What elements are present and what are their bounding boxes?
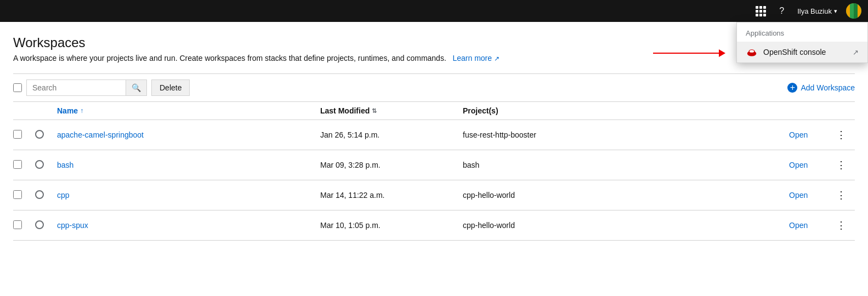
toolbar-left: 🔍 Delete bbox=[13, 79, 190, 96]
last-modified-col: Mar 10, 1:05 p.m. bbox=[320, 221, 463, 230]
delete-button[interactable]: Delete bbox=[151, 79, 190, 96]
kebab-col: ⋮ bbox=[833, 158, 855, 172]
workspace-name-link[interactable]: apache-camel-springboot bbox=[57, 130, 144, 139]
workspace-name-col: bash bbox=[57, 161, 320, 169]
row-checkbox[interactable] bbox=[13, 130, 22, 139]
projects-col: cpp-hello-world bbox=[463, 221, 789, 230]
dropdown-header: Applications bbox=[737, 22, 867, 42]
workspace-name-col: apache-camel-springboot bbox=[57, 130, 320, 139]
kebab-menu-button[interactable]: ⋮ bbox=[833, 158, 849, 172]
row-status-col bbox=[35, 130, 57, 140]
table-header: Name ↑ Last Modified ⇅ Project(s) bbox=[13, 101, 855, 120]
status-icon bbox=[35, 190, 44, 199]
workspace-name-col: cpp bbox=[57, 191, 320, 200]
kebab-col: ⋮ bbox=[833, 188, 855, 202]
workspace-name-link[interactable]: bash bbox=[57, 161, 73, 169]
username-label: Ilya Buziuk bbox=[797, 7, 832, 15]
row-checkbox[interactable] bbox=[13, 220, 22, 229]
avatar-image bbox=[846, 3, 861, 19]
table-row: bash Mar 09, 3:28 p.m. bash Open ⋮ bbox=[13, 150, 855, 180]
sort-ascending-icon: ↑ bbox=[80, 107, 83, 115]
open-button[interactable]: Open bbox=[789, 130, 808, 139]
search-icon: 🔍 bbox=[132, 83, 141, 92]
row-status-col bbox=[35, 160, 57, 170]
open-button[interactable]: Open bbox=[789, 191, 808, 200]
external-link-icon: ↗ bbox=[494, 55, 500, 62]
projects-col: fuse-rest-http-booster bbox=[463, 130, 789, 139]
row-checkbox-col bbox=[13, 130, 35, 140]
status-icon bbox=[35, 160, 44, 169]
applications-dropdown: Applications OpenShift console ↗ bbox=[736, 22, 868, 63]
projects-column-header: Project(s) bbox=[463, 106, 789, 115]
openshift-console-item[interactable]: OpenShift console ↗ bbox=[737, 42, 867, 62]
last-modified-col: Mar 09, 3:28 p.m. bbox=[320, 161, 463, 169]
search-input[interactable] bbox=[27, 80, 126, 95]
row-checkbox[interactable] bbox=[13, 160, 22, 169]
plus-circle-icon: + bbox=[787, 83, 797, 93]
workspace-name-col: cpp-spux bbox=[57, 221, 320, 230]
row-checkbox-col bbox=[13, 190, 35, 201]
navbar-actions: ? Ilya Buziuk ▾ bbox=[751, 3, 861, 19]
redhat-icon bbox=[746, 46, 758, 58]
kebab-menu-button[interactable]: ⋮ bbox=[833, 128, 849, 142]
last-modified-column-header: Last Modified ⇅ bbox=[320, 106, 463, 115]
arrow-head bbox=[719, 49, 725, 57]
sort-neutral-icon: ⇅ bbox=[372, 107, 377, 115]
grid-icon bbox=[756, 6, 766, 16]
kebab-col: ⋮ bbox=[833, 218, 855, 232]
row-checkbox[interactable] bbox=[13, 190, 22, 199]
search-box: 🔍 bbox=[26, 79, 147, 96]
row-checkbox-col bbox=[13, 220, 35, 231]
row-checkbox-col bbox=[13, 160, 35, 170]
kebab-col: ⋮ bbox=[833, 128, 855, 142]
help-button[interactable]: ? bbox=[775, 4, 788, 18]
row-status-col bbox=[35, 190, 57, 201]
page-title: Workspaces bbox=[13, 35, 855, 50]
chevron-down-icon: ▾ bbox=[834, 8, 837, 15]
status-icon bbox=[35, 130, 44, 139]
table-row: cpp-spux Mar 10, 1:05 p.m. cpp-hello-wor… bbox=[13, 210, 855, 241]
projects-col: cpp-hello-world bbox=[463, 191, 789, 200]
arrow-line bbox=[653, 53, 719, 54]
open-col: Open bbox=[789, 191, 833, 200]
name-column-header[interactable]: Name ↑ bbox=[57, 106, 320, 115]
open-col: Open bbox=[789, 130, 833, 139]
last-modified-col: Mar 14, 11:22 a.m. bbox=[320, 191, 463, 200]
page-description: A workspace is where your projects live … bbox=[13, 54, 855, 62]
search-button[interactable]: 🔍 bbox=[126, 80, 146, 95]
status-icon bbox=[35, 220, 44, 229]
red-arrow-decoration bbox=[653, 49, 725, 57]
kebab-menu-button[interactable]: ⋮ bbox=[833, 188, 849, 202]
projects-col: bash bbox=[463, 161, 789, 169]
svg-point-2 bbox=[750, 50, 754, 53]
open-button[interactable]: Open bbox=[789, 161, 808, 169]
select-all-checkbox[interactable] bbox=[13, 83, 22, 92]
open-col: Open bbox=[789, 161, 833, 169]
kebab-menu-button[interactable]: ⋮ bbox=[833, 218, 849, 232]
learn-more-link[interactable]: Learn more ↗ bbox=[451, 54, 500, 62]
workspace-name-link[interactable]: cpp-spux bbox=[57, 221, 88, 230]
toolbar: 🔍 Delete + Add Workspace bbox=[13, 73, 855, 101]
table-row: cpp Mar 14, 11:22 a.m. cpp-hello-world O… bbox=[13, 180, 855, 210]
avatar[interactable] bbox=[846, 3, 861, 19]
top-navbar: ? Ilya Buziuk ▾ Applications OpenShift c… bbox=[0, 0, 868, 22]
openshift-console-label: OpenShift console bbox=[763, 48, 826, 56]
last-modified-col: Jan 26, 5:14 p.m. bbox=[320, 130, 463, 139]
open-col: Open bbox=[789, 221, 833, 230]
table-rows: apache-camel-springboot Jan 26, 5:14 p.m… bbox=[13, 120, 855, 241]
grid-menu-button[interactable] bbox=[751, 4, 770, 19]
add-workspace-button[interactable]: + Add Workspace bbox=[787, 83, 855, 93]
external-link-icon: ↗ bbox=[853, 48, 859, 56]
user-menu[interactable]: Ilya Buziuk ▾ bbox=[793, 5, 842, 18]
open-button[interactable]: Open bbox=[789, 221, 808, 230]
question-icon: ? bbox=[779, 6, 784, 16]
workspace-name-link[interactable]: cpp bbox=[57, 191, 70, 200]
table-row: apache-camel-springboot Jan 26, 5:14 p.m… bbox=[13, 120, 855, 150]
row-status-col bbox=[35, 220, 57, 231]
